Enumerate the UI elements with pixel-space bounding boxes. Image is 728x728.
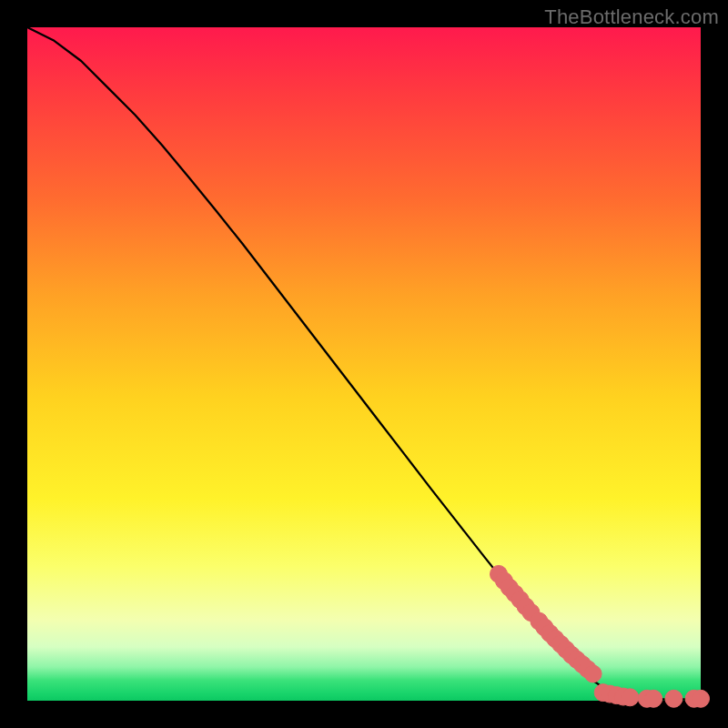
- data-point: [645, 690, 662, 707]
- data-point: [693, 690, 710, 707]
- data-point: [665, 690, 682, 707]
- watermark-label: TheBottleneck.com: [544, 5, 719, 29]
- data-point: [584, 665, 602, 682]
- chart-svg: [27, 27, 701, 701]
- plot-area: [27, 27, 701, 701]
- chart-frame: TheBottleneck.com: [0, 0, 728, 728]
- curve-line: [27, 27, 701, 700]
- scatter-dots: [490, 565, 710, 707]
- data-point: [622, 689, 639, 706]
